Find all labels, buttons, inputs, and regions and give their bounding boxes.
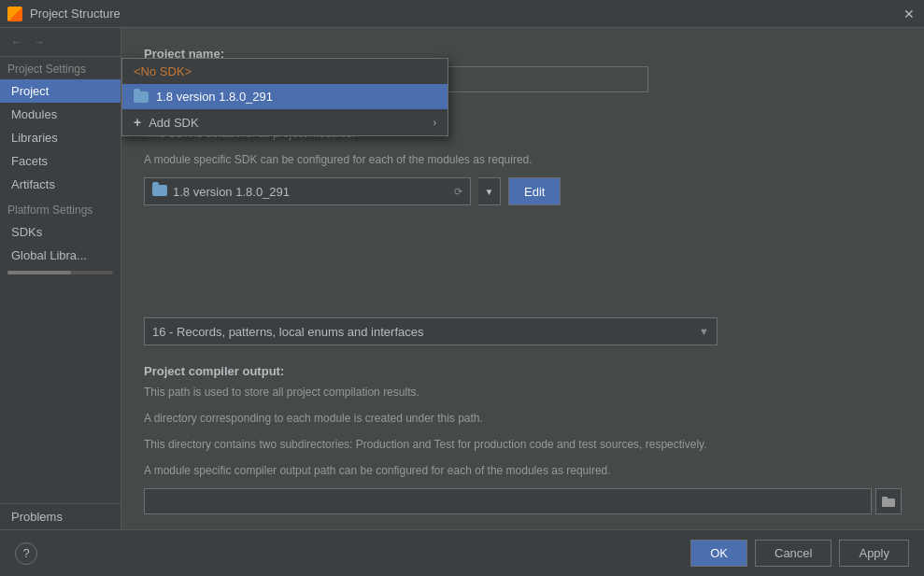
language-level-arrow-icon: ▼ [699, 326, 709, 337]
sidebar-item-sdks[interactable]: SDKs [0, 220, 121, 244]
sdk-dropdown-btn[interactable]: ▼ [478, 177, 501, 205]
sdk-spinner-icon: ⟳ [454, 186, 462, 198]
compiler-browse-button[interactable] [875, 488, 902, 514]
language-section: 16 - Records, patterns, local enums and … [144, 317, 902, 345]
sidebar-nav: ← → [0, 28, 121, 57]
language-level-select[interactable]: 16 - Records, patterns, local enums and … [144, 317, 718, 345]
sdk-selected-text: 1.8 version 1.8.0_291 [173, 185, 450, 199]
sdk-edit-button[interactable]: Edit [508, 177, 561, 205]
dropdown-item-sdk-label: 1.8 version 1.8.0_291 [156, 90, 273, 104]
title-bar-title: Project Structure [30, 7, 902, 21]
dropdown-item-add-sdk[interactable]: + Add SDK › [122, 109, 448, 135]
sdk-dropdown-popup: <No SDK> 1.8 version 1.8.0_291 + Add SDK… [121, 58, 448, 136]
platform-settings-label: Platform Settings [0, 196, 121, 220]
sidebar-item-modules[interactable]: Modules [0, 103, 121, 126]
compiler-output-label: Project compiler output: [144, 364, 902, 378]
title-bar: Project Structure ✕ [0, 0, 924, 28]
project-settings-label: Project Settings [0, 57, 121, 79]
language-level-text: 16 - Records, patterns, local enums and … [152, 325, 699, 339]
compiler-desc1: This path is used to store all project c… [144, 384, 902, 400]
dropdown-item-sdk[interactable]: 1.8 version 1.8.0_291 [122, 84, 448, 109]
sidebar-item-project[interactable]: Project [0, 79, 121, 103]
compiler-output-row [144, 488, 902, 514]
help-button[interactable]: ? [15, 542, 37, 565]
compiler-desc3: This directory contains two subdirectori… [144, 436, 902, 453]
dropdown-item-no-sdk[interactable]: <No SDK> [122, 59, 448, 84]
svg-rect-0 [882, 499, 895, 507]
sidebar: ← → Project Settings Project Modules Lib… [0, 28, 121, 529]
add-sdk-label: Add SDK [149, 116, 198, 130]
sidebar-item-artifacts[interactable]: Artifacts [0, 173, 121, 196]
bottom-bar: ? OK Cancel Apply [0, 529, 924, 576]
sidebar-item-libraries[interactable]: Libraries [0, 126, 121, 149]
sidebar-item-facets[interactable]: Facets [0, 149, 121, 173]
bottom-actions: OK Cancel Apply [690, 540, 909, 567]
compiler-output-input[interactable] [144, 488, 872, 514]
sdk-folder-icon [152, 184, 167, 199]
forward-arrow[interactable]: → [30, 34, 49, 50]
sidebar-scrollbar-thumb [7, 271, 71, 274]
folder-open-icon [882, 496, 895, 507]
sidebar-item-problems[interactable]: Problems [0, 503, 121, 529]
ok-button[interactable]: OK [690, 540, 747, 567]
sdk-item-folder-icon [134, 91, 149, 103]
main-layout: ← → Project Settings Project Modules Lib… [0, 28, 924, 529]
sidebar-item-global-libraries[interactable]: Global Libra... [0, 244, 121, 267]
sdk-dropdown[interactable]: 1.8 version 1.8.0_291 ⟳ [144, 177, 471, 205]
content-area: Project name: Project SDK: This SDK is d… [121, 28, 924, 529]
add-sdk-arrow-icon: › [434, 118, 436, 128]
apply-button[interactable]: Apply [839, 540, 909, 567]
close-button[interactable]: ✕ [902, 7, 917, 21]
svg-rect-1 [882, 497, 888, 499]
sidebar-scrollbar [7, 271, 113, 274]
sdk-section: Project SDK: This SDK is default for all… [144, 107, 902, 205]
back-arrow[interactable]: ← [7, 34, 26, 50]
add-icon: + [134, 115, 141, 130]
sdk-row: 1.8 version 1.8.0_291 ⟳ ▼ Edit [144, 177, 902, 205]
compiler-desc2: A directory corresponding to each module… [144, 410, 902, 427]
sdk-desc2: A module specific SDK can be configured … [144, 151, 902, 168]
compiler-desc4: A module specific compiler output path c… [144, 462, 902, 479]
cancel-button[interactable]: Cancel [755, 540, 832, 567]
app-icon [7, 7, 22, 21]
compiler-section: Project compiler output: This path is us… [144, 364, 902, 514]
